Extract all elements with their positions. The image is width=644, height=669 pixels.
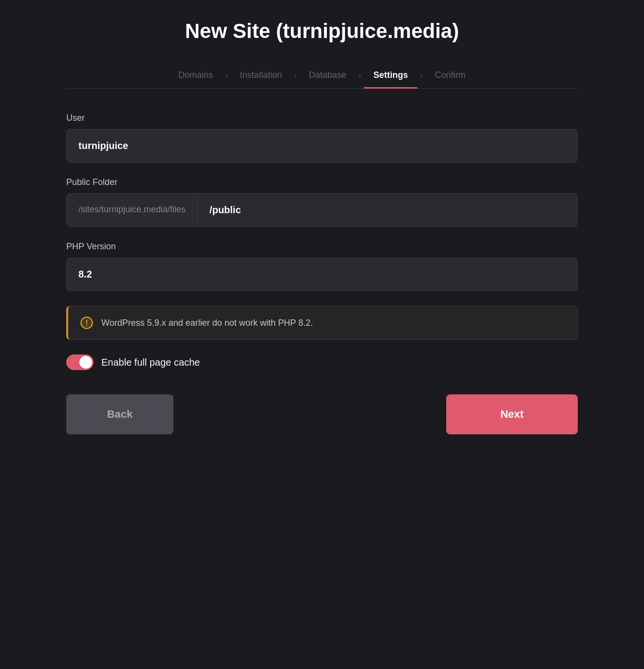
php-version-field-group: PHP Version <box>66 242 578 291</box>
page-container: New Site (turnipjuice.media) Domains › I… <box>66 19 578 434</box>
chevron-icon-1: › <box>225 71 227 80</box>
chevron-icon-4: › <box>420 71 422 80</box>
settings-form: User Public Folder /sites/turnipjuice.me… <box>66 113 578 434</box>
php-version-label: PHP Version <box>66 242 578 252</box>
toggle-slider <box>66 354 94 370</box>
php-warning-box: ! WordPress 5.9.x and earlier do not wor… <box>66 306 578 340</box>
button-row: Back Next <box>66 394 578 434</box>
wizard-step-confirm[interactable]: Confirm <box>425 62 475 88</box>
wizard-step-settings[interactable]: Settings <box>363 62 417 88</box>
next-button[interactable]: Next <box>446 394 578 434</box>
chevron-icon-3: › <box>359 71 361 80</box>
toggle-label: Enable full page cache <box>101 357 200 368</box>
wizard-step-domains[interactable]: Domains <box>169 62 223 88</box>
toggle-row: Enable full page cache <box>66 354 578 370</box>
user-field-group: User <box>66 113 578 163</box>
full-page-cache-toggle[interactable] <box>66 354 94 370</box>
wizard-step-installation[interactable]: Installation <box>230 62 292 88</box>
php-version-input[interactable] <box>66 258 578 291</box>
warning-icon: ! <box>80 316 94 330</box>
public-folder-field-group: Public Folder /sites/turnipjuice.media/f… <box>66 177 578 227</box>
chevron-icon-2: › <box>294 71 297 80</box>
public-folder-label: Public Folder <box>66 177 578 187</box>
page-title: New Site (turnipjuice.media) <box>185 19 459 43</box>
wizard-nav: Domains › Installation › Database › Sett… <box>66 62 578 89</box>
svg-text:!: ! <box>85 318 88 327</box>
public-folder-input[interactable] <box>198 194 577 226</box>
user-label: User <box>66 113 578 123</box>
user-input[interactable] <box>66 129 578 163</box>
warning-text: WordPress 5.9.x and earlier do not work … <box>101 318 313 328</box>
public-folder-container: /sites/turnipjuice.media/files <box>66 193 578 227</box>
back-button[interactable]: Back <box>66 394 173 434</box>
wizard-step-database[interactable]: Database <box>299 62 356 88</box>
public-folder-prefix: /sites/turnipjuice.media/files <box>67 194 198 226</box>
